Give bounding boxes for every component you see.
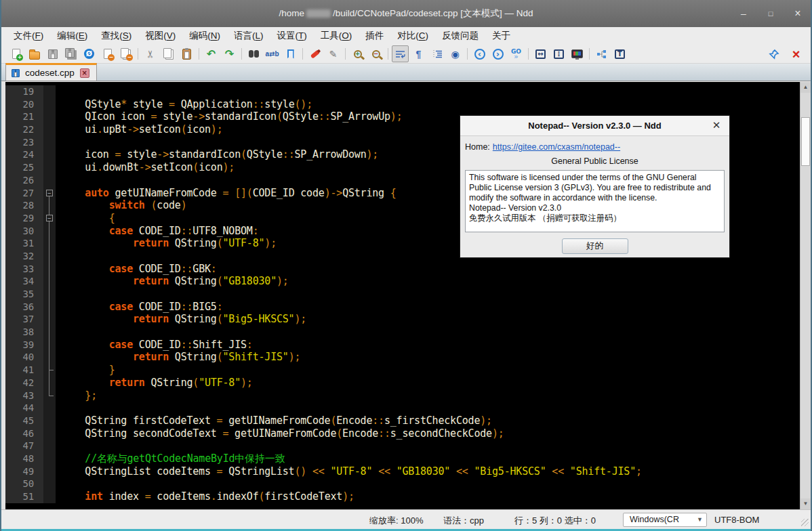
nav-back-button[interactable]: ‹ [471, 45, 488, 62]
text-format-button[interactable]: T [611, 45, 628, 62]
menu-item-8[interactable]: 工具(O) [314, 28, 359, 44]
undo-button[interactable]: ↶ [203, 45, 220, 62]
code-text: //名称与getQtCodecNameById中保持一致 [56, 452, 285, 465]
save-all-button[interactable] [62, 45, 79, 62]
close-all-docs-button[interactable]: − [117, 45, 134, 62]
goto-line-button[interactable]: GO» [508, 45, 525, 62]
marker-button[interactable] [306, 45, 323, 62]
copy-button[interactable] [160, 45, 177, 62]
toolbar-main-group: +Ø−−✂↶↷a⇄b✎+−¶◉‹›GO»↔⋮T [7, 45, 629, 62]
about-dialog: Notepad-- Version v2.3.0 — Ndd ✕ Home: h… [460, 115, 730, 258]
minimize-button[interactable]: – [737, 7, 750, 20]
close-all-red-button[interactable]: × [788, 45, 805, 62]
fold-margin[interactable]: − [43, 212, 56, 225]
toolbar-separator [388, 48, 388, 60]
word-wrap-button[interactable] [392, 45, 409, 62]
code-text: QString secondCodeText = getUINameFromCo… [56, 427, 504, 440]
ok-button[interactable]: 好的 [562, 238, 628, 254]
save-button[interactable] [44, 45, 61, 62]
code-text: case CODE_ID::Shift_JIS: [56, 339, 253, 352]
home-link[interactable]: https://gitee.com/cxasm/notepad-- [493, 142, 620, 152]
nav-forward-button[interactable]: › [489, 45, 506, 62]
tab-close-icon[interactable]: × [80, 68, 89, 78]
menu-item-4[interactable]: 视图(V) [138, 28, 182, 44]
cut-button[interactable]: ✂ [142, 45, 159, 62]
replace-button[interactable]: a⇄b [264, 45, 281, 62]
menu-item-11[interactable]: 反馈问题 [435, 28, 485, 44]
scrollbar-thumb[interactable] [801, 117, 810, 166]
menu-item-9[interactable]: 插件 [359, 28, 390, 44]
paste-button[interactable] [178, 45, 195, 62]
line-number: 36 [5, 301, 43, 314]
zoom-out-button[interactable]: − [367, 45, 384, 62]
menu-item-7[interactable]: 设置(T) [270, 28, 314, 44]
find-icon [249, 50, 259, 58]
dialog-close-icon[interactable]: ✕ [710, 119, 723, 131]
menu-item-1[interactable]: 文件(F) [7, 28, 50, 44]
resize-grip-icon[interactable] [801, 519, 809, 526]
nav-back-icon: ‹ [474, 49, 485, 60]
line-number: 23 [5, 136, 43, 149]
word-wrap-icon [395, 49, 406, 59]
line-number: 42 [5, 377, 43, 389]
fold-margin [43, 275, 56, 288]
focus-mode-button[interactable]: ◉ [447, 45, 464, 62]
show-symbols-icon: ¶ [416, 49, 422, 59]
scroll-up-button[interactable]: ▲ [800, 82, 811, 93]
fold-margin [43, 237, 56, 250]
menu-item-2[interactable]: 编辑(E) [50, 28, 94, 44]
file-tree-button[interactable] [593, 45, 610, 62]
menu-item-12[interactable]: 关于 [485, 28, 517, 44]
line-number: 22 [5, 123, 43, 136]
pen-button[interactable]: ✎ [325, 45, 342, 62]
code-line: 34 return QString("GB18030"); [5, 275, 811, 288]
chevron-down-icon: ▼ [697, 513, 703, 526]
eol-format-selector[interactable]: Windows(CR LF)▼ [623, 513, 707, 527]
vertical-scrollbar[interactable]: ▲ ▼ [800, 82, 811, 509]
fold-margin[interactable]: − [43, 187, 56, 200]
preview-monitor-button[interactable] [569, 45, 586, 62]
tab-codeset-cpp[interactable]: codeset.cpp × [5, 63, 97, 81]
maximize-button[interactable]: □ [765, 7, 777, 20]
split-vertical-button[interactable]: ⋮ [550, 45, 567, 62]
close-all-docs-icon: − [121, 48, 131, 60]
code-text: icon = style->standardIcon(QStyle::SP_Ar… [56, 148, 378, 161]
line-number: 19 [5, 85, 43, 98]
split-expand-icon: ↔ [535, 49, 546, 59]
find-button[interactable] [245, 45, 262, 62]
pin-button[interactable] [765, 45, 782, 62]
fold-margin [43, 98, 56, 111]
new-file-button[interactable]: + [7, 45, 24, 62]
line-number: 31 [5, 237, 43, 250]
menu-item-10[interactable]: 对比(C) [390, 28, 435, 44]
bookmark-button[interactable] [282, 45, 299, 62]
split-expand-button[interactable]: ↔ [532, 45, 549, 62]
indent-guides-icon [432, 49, 443, 59]
redo-button[interactable]: ↷ [221, 45, 238, 62]
code-line: 43 }; [5, 389, 811, 402]
code-text: return QString("Shift-JIS"); [56, 351, 300, 364]
code-text [56, 136, 61, 149]
line-number: 45 [5, 415, 43, 427]
toolbar-separator [138, 48, 138, 60]
scroll-down-button[interactable]: ▼ [800, 498, 811, 509]
menu-item-3[interactable]: 查找(S) [94, 28, 138, 44]
fold-margin [43, 377, 56, 389]
code-text [56, 402, 61, 415]
dialog-body: Home: https://gitee.com/cxasm/notepad-- … [460, 136, 729, 254]
code-line: 50 [5, 477, 811, 490]
open-folder-button[interactable] [26, 45, 43, 62]
menu-item-5[interactable]: 编码(N) [182, 28, 227, 44]
marker-icon [310, 52, 320, 56]
reload-encoding-button[interactable]: Ø [81, 45, 98, 62]
toolbar-separator [345, 48, 346, 60]
zoom-in-button[interactable]: + [349, 45, 366, 62]
code-line: 37 return QString("Big5-HKSCS"); [5, 313, 811, 326]
indent-guides-button[interactable] [428, 45, 445, 62]
menu-item-6[interactable]: 语言(L) [227, 28, 270, 44]
show-symbols-button[interactable]: ¶ [410, 45, 427, 62]
close-doc-button[interactable]: − [99, 45, 116, 62]
fold-margin [43, 199, 56, 212]
paste-icon [182, 49, 191, 60]
close-button[interactable]: × [792, 7, 804, 20]
